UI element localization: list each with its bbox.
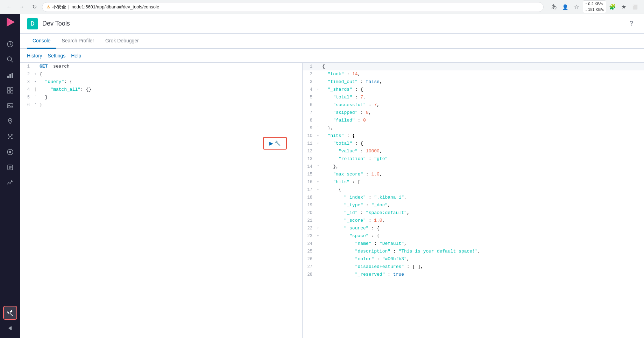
app-title: Dev Tools [42, 20, 70, 27]
run-button-overlay[interactable]: ▶ 🔧 [263, 137, 287, 150]
back-button[interactable]: ← [4, 2, 14, 12]
sidebar-item-dashboard[interactable] [3, 83, 17, 97]
out-content-19: "_type" : "_doc", [321, 202, 644, 209]
help-icon[interactable]: ? [626, 18, 637, 29]
out-content-25: "description" : "This is your default sp… [321, 248, 644, 255]
output-line-15: 15 "max_score" : 1.0, [303, 171, 644, 178]
out-content-6: "successful" : 7, [321, 102, 644, 109]
output-line-22: 22 ▾ "_source" : { [303, 225, 644, 232]
sidebar-item-metrics[interactable] [3, 176, 17, 190]
out-arrow-17[interactable]: ▾ [317, 186, 319, 193]
app-container: D Dev Tools ? Console Search Profiler Gr… [0, 14, 644, 338]
tab-search-profiler[interactable]: Search Profiler [56, 34, 100, 49]
collapse-arrow-5[interactable]: ˄ [35, 94, 36, 101]
out-gutter-16: ▾ [315, 179, 321, 186]
out-arrow-23[interactable]: ▾ [317, 233, 319, 240]
bookmark-button[interactable]: ☆ [572, 2, 581, 12]
out-num-1: 1 [303, 63, 315, 70]
address-bar[interactable]: ⚠ 不安全 | node1:5601/app/kibana#/dev_tools… [42, 2, 544, 12]
line-num-3: 3 [20, 78, 33, 85]
out-num-11: 11 [303, 140, 315, 147]
collapse-arrow-3[interactable]: ▾ [34, 78, 36, 85]
collapse-arrow-6[interactable]: ˄ [35, 102, 36, 109]
out-num-9: 9 [303, 125, 315, 132]
output-line-13: 13 "relation" : "gte" [303, 155, 644, 163]
out-num-24: 24 [303, 240, 315, 247]
help-button[interactable]: Help [71, 51, 81, 60]
sidebar-item-discover[interactable] [3, 53, 17, 67]
out-gutter-9: ˄ [315, 125, 321, 132]
out-content-7: "skipped" : 0, [321, 109, 644, 116]
sidebar-item-visualize[interactable] [3, 68, 17, 82]
out-arrow-11[interactable]: ▾ [317, 140, 319, 147]
out-content-10: "hits" : { [321, 132, 644, 139]
svg-rect-3 [7, 76, 9, 78]
output-line-3: 3 "timed_out" : false, [303, 78, 644, 86]
sidebar-item-devtools[interactable] [3, 306, 17, 320]
extension-button[interactable]: 🧩 [608, 2, 617, 12]
editor-area: 1 GET _search 2 ▾ { 3 ▾ "query": { [20, 63, 644, 338]
main-content: D Dev Tools ? Console Search Profiler Gr… [20, 14, 644, 338]
tab-grok-debugger[interactable]: Grok Debugger [100, 34, 144, 49]
sidebar-item-collapse[interactable] [3, 321, 17, 335]
svg-line-20 [8, 137, 10, 138]
security-warning-icon: ⚠ [47, 5, 50, 9]
profile-button[interactable]: 👤 [560, 2, 570, 12]
out-content-18: "_index" : ".kibana_1", [321, 194, 644, 201]
out-content-1: { [321, 63, 644, 70]
out-num-28: 28 [303, 271, 315, 278]
forward-button[interactable]: → [17, 2, 27, 12]
sidebar-item-ml[interactable] [3, 130, 17, 144]
sidebar-item-history[interactable] [3, 37, 17, 51]
history-button[interactable]: History [27, 51, 42, 60]
out-arrow-9[interactable]: ˄ [317, 125, 319, 132]
out-gutter-22: ▾ [315, 225, 321, 232]
app-logo-square: D [27, 18, 38, 29]
output-line-25: 25 "description" : "This is your default… [303, 248, 644, 255]
out-arrow-16[interactable]: ▾ [317, 179, 319, 186]
left-editor[interactable]: 1 GET _search 2 ▾ { 3 ▾ "query": { [20, 63, 303, 338]
svg-rect-5 [12, 73, 13, 78]
sidebar-item-maps[interactable] [3, 114, 17, 128]
app-header: D Dev Tools ? [20, 14, 644, 34]
out-content-17: { [321, 186, 644, 193]
sidebar-item-logs[interactable] [3, 160, 17, 174]
out-content-13: "relation" : "gte" [321, 156, 644, 163]
out-arrow-22[interactable]: ▾ [317, 225, 319, 232]
download-speed: ↓ 181 KB/s [585, 7, 604, 12]
settings-button[interactable]: Settings [48, 51, 66, 60]
out-gutter-11: ▾ [315, 140, 321, 147]
line-num-2: 2 [20, 71, 33, 78]
divider-handle[interactable]: ⋮ [299, 193, 303, 207]
sidebar-divider [3, 34, 17, 34]
sidebar-item-uptime[interactable] [3, 145, 17, 159]
output-line-4: 4 ▾ "_shards" : { [303, 86, 644, 94]
upload-speed: ↑ 0.2 KB/s [585, 1, 604, 7]
translate-button[interactable]: あ [549, 2, 559, 12]
svg-line-18 [8, 135, 10, 137]
sidebar-item-canvas[interactable] [3, 99, 17, 113]
svg-point-12 [9, 120, 11, 121]
url-display: node1:5601/app/kibana#/dev_tools/console [71, 4, 159, 9]
favorite-button[interactable]: ★ [619, 2, 629, 12]
svg-point-23 [9, 151, 11, 153]
out-content-26: "color" : "#00bfb3", [321, 256, 644, 263]
play-icon: ▶ [269, 139, 273, 147]
output-line-8: 8 "failed" : 0 [303, 117, 644, 124]
out-arrow-10[interactable]: ▾ [317, 132, 319, 139]
line-num-5: 5 [20, 94, 33, 101]
tab-view-button[interactable]: ⬜ [630, 2, 640, 12]
collapse-arrow-2[interactable]: ▾ [34, 71, 36, 78]
tab-console[interactable]: Console [27, 34, 56, 49]
output-line-20: 20 "_id" : "space:default", [303, 209, 644, 217]
wrench-icon: 🔧 [275, 140, 281, 146]
out-num-18: 18 [303, 194, 315, 201]
out-arrow-4[interactable]: ▾ [317, 86, 319, 93]
reload-button[interactable]: ↻ [29, 2, 39, 12]
browser-chrome: ← → ↻ ⚠ 不安全 | node1:5601/app/kibana#/dev… [0, 0, 644, 14]
out-gutter-17: ▾ [315, 186, 321, 193]
out-arrow-14[interactable]: ˄ [317, 163, 319, 170]
svg-line-21 [10, 137, 12, 138]
out-num-13: 13 [303, 156, 315, 163]
path-text: _search [50, 64, 70, 69]
